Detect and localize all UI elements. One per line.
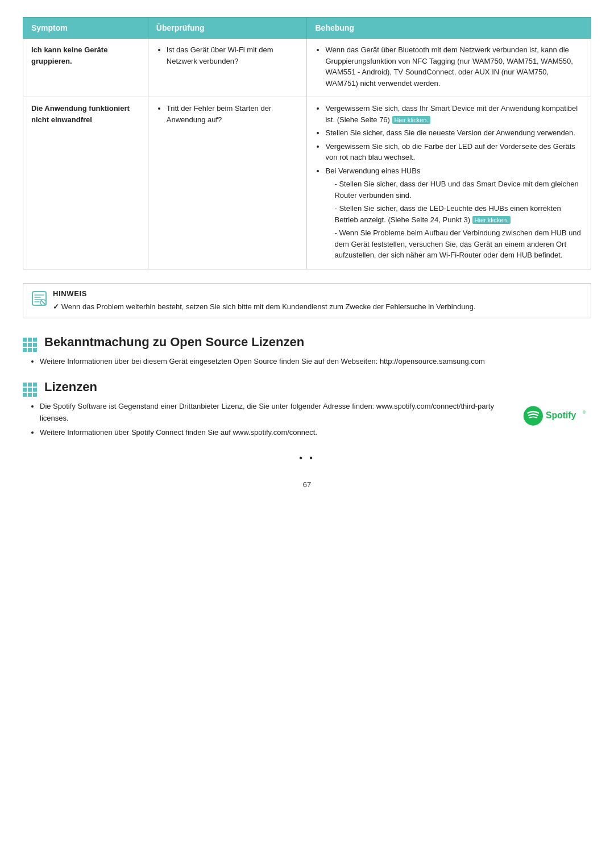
- lizenzen-text: Die Spotify Software ist Gegenstand eine…: [28, 401, 512, 442]
- section-heading-open-source: Bekanntmachung zu Open Source Lizenzen: [23, 334, 591, 350]
- check-item: Tritt der Fehler beim Starten der Anwend…: [167, 103, 299, 125]
- solution-item: Stellen Sie sicher, dass Sie die neueste…: [325, 127, 583, 139]
- behebung-cell-1: Wenn das Gerät über Bluetooth mit dem Ne…: [307, 39, 591, 97]
- svg-text:Spotify: Spotify: [546, 410, 576, 420]
- sub-solution-item: Wenn Sie Probleme beim Aufbau der Verbin…: [334, 227, 583, 261]
- solution-item-hub: Bei Verwendung eines HUBs Stellen Sie si…: [325, 165, 583, 261]
- spotify-logo: Spotify ®: [523, 403, 591, 429]
- open-source-item: Weitere Informationen über bei diesem Ge…: [40, 356, 591, 368]
- uberpruefung-cell-1: Ist das Gerät über Wi-Fi mit dem Netzwer…: [148, 39, 307, 97]
- behebung-cell-2: Vergewissern Sie sich, dass Ihr Smart De…: [307, 97, 591, 269]
- lizenzen-title: Lizenzen: [44, 380, 97, 394]
- page-number: 67: [23, 480, 591, 489]
- solution-item: Vergewissern Sie sich, ob die Farbe der …: [325, 141, 583, 163]
- open-source-content: Weitere Informationen über bei diesem Ge…: [23, 356, 591, 368]
- hinweis-content: HINWEIS Wenn das Problem weiterhin beste…: [53, 289, 476, 313]
- table-header-symptom: Symptom: [23, 18, 148, 39]
- lizenzen-content: Die Spotify Software ist Gegenstand eine…: [23, 401, 591, 442]
- svg-point-2: [524, 406, 543, 425]
- table-header-behebung: Behebung: [307, 18, 591, 39]
- hinweis-icon: [31, 290, 47, 306]
- lizenzen-item-2: Weitere Informationen über Spotify Conne…: [40, 427, 512, 439]
- table-row: Ich kann keine Geräte gruppieren. Ist da…: [23, 39, 591, 97]
- troubleshooting-table: Symptom Überprüfung Behebung Ich kann ke…: [23, 17, 591, 269]
- open-source-icon: [23, 334, 39, 350]
- svg-text:®: ®: [583, 410, 586, 415]
- hier-klicken-link-1[interactable]: Hier klicken.: [392, 116, 431, 124]
- lizenzen-icon: [23, 379, 39, 395]
- open-source-title: Bekanntmachung zu Open Source Lizenzen: [44, 335, 304, 350]
- table-row: Die Anwendung funktioniert nicht einwand…: [23, 97, 591, 269]
- section-heading-lizenzen: Lizenzen: [23, 379, 591, 395]
- check-item: Ist das Gerät über Wi-Fi mit dem Netzwer…: [167, 44, 299, 67]
- page-dots: • •: [23, 453, 591, 463]
- uberpruefung-cell-2: Tritt der Fehler beim Starten der Anwend…: [148, 97, 307, 269]
- solution-item: Vergewissern Sie sich, dass Ihr Smart De…: [325, 103, 583, 125]
- lizenzen-section: Die Spotify Software ist Gegenstand eine…: [28, 401, 591, 442]
- symptom-cell-2: Die Anwendung funktioniert nicht einwand…: [23, 97, 148, 269]
- hier-klicken-link-2[interactable]: Hier klicken.: [472, 216, 511, 224]
- table-header-uberpruefung: Überprüfung: [148, 18, 307, 39]
- sub-solution-item: Stellen Sie sicher, dass die LED-Leuchte…: [334, 203, 583, 225]
- hinweis-item: Wenn das Problem weiterhin besteht, setz…: [53, 301, 476, 313]
- lizenzen-item-1: Die Spotify Software ist Gegenstand eine…: [40, 401, 512, 425]
- hinweis-box: HINWEIS Wenn das Problem weiterhin beste…: [23, 283, 591, 319]
- solution-item: Wenn das Gerät über Bluetooth mit dem Ne…: [325, 44, 583, 89]
- hinweis-title: HINWEIS: [53, 289, 476, 298]
- sub-solution-item: Stellen Sie sicher, dass der HUB und das…: [334, 178, 583, 201]
- symptom-cell-1: Ich kann keine Geräte gruppieren.: [23, 39, 148, 97]
